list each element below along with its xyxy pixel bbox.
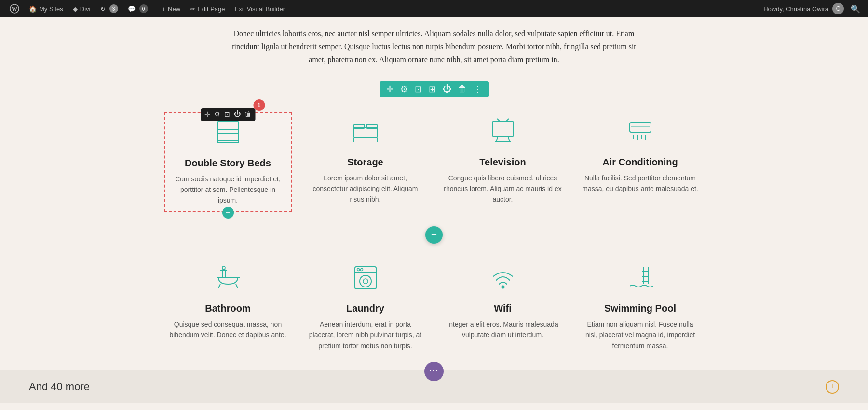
green-toolbar: ✛ ⚙ ⊡ ⊞ ⏻ 🗑 ⋮ [380,81,489,97]
divi-icon: ◆ [73,5,78,13]
svg-rect-18 [630,123,651,132]
updates-menu[interactable]: ↻ 3 [95,0,123,17]
ctx-move-icon[interactable]: ✛ [204,110,210,119]
home-icon: 🏠 [29,5,37,13]
context-toolbar: ✛ ⚙ ⊡ ⏻ 🗑 1 [201,108,255,121]
howdy-label: Howdy, Christina Gwira [763,5,828,13]
svg-line-26 [236,284,238,288]
and-more-plus-button[interactable]: + [826,380,839,394]
edit-page-menu[interactable]: ✏ Edit Page [185,0,230,17]
television-desc: Congue quis libero euismod, ultrices rho… [444,173,562,205]
amenity-television[interactable]: Television Congue quis libero euismod, u… [439,112,567,212]
exit-builder-label: Exit Visual Builder [235,5,285,13]
toolbar-grid-icon[interactable]: ⊞ [429,84,436,95]
new-menu[interactable]: + New [157,0,186,17]
ctx-power-icon[interactable]: ⏻ [234,110,241,118]
toolbar-more-icon[interactable]: ⋮ [474,84,482,95]
double-beds-add-btn[interactable]: + [222,207,234,219]
exit-builder-menu[interactable]: Exit Visual Builder [230,0,290,17]
amenity-storage[interactable]: Storage Lorem ipsum dolor sit amet, cons… [301,112,429,212]
storage-icon [351,117,380,150]
svg-point-29 [222,266,225,269]
divider1 [155,4,155,14]
bathroom-title: Bathroom [205,303,250,314]
swimming-pool-icon [626,263,655,296]
amenity-wifi[interactable]: Wifi Integer a elit eros. Mauris malesua… [439,258,567,356]
svg-rect-2 [217,122,239,129]
television-title: Television [479,157,526,168]
bathroom-icon [214,263,243,296]
toolbar-resize-icon[interactable]: ⊡ [415,84,422,95]
swimming-pool-title: Swimming Pool [604,303,676,314]
amenity-air-conditioning[interactable]: Air Conditioning Nulla facilisi. Sed por… [576,112,704,212]
svg-text:W: W [12,6,17,13]
svg-rect-3 [217,133,239,141]
bathroom-desc: Quisque sed consequat massa, non bibendu… [169,319,287,341]
divi-menu[interactable]: ◆ Divi [68,0,95,17]
wifi-icon [488,263,517,296]
intro-paragraph: Donec ultricies lobortis eros, nec aucto… [227,27,641,67]
green-toolbar-row: ✛ ⚙ ⊡ ⊞ ⏻ 🗑 ⋮ [0,81,868,97]
dots-button[interactable]: ··· [424,362,444,381]
and-more-title: And 40 more [29,381,90,393]
main-content: Donec ultricies lobortis eros, nec aucto… [0,17,868,403]
laundry-icon [351,263,380,296]
new-label: New [168,5,180,13]
intro-text-block: Donec ultricies lobortis eros, nec aucto… [217,27,651,67]
air-conditioning-icon [626,117,655,150]
swimming-pool-desc: Etiam non aliquam nisl. Fusce nulla nisl… [581,319,699,351]
toolbar-power-icon[interactable]: ⏻ [443,84,451,94]
toolbar-add-icon[interactable]: ✛ [386,84,393,95]
amenity-double-story-beds[interactable]: ✛ ⚙ ⊡ ⏻ 🗑 1 Do [164,112,292,212]
row-add-button[interactable]: + [425,226,443,244]
my-sites-menu[interactable]: 🏠 My Sites [24,0,68,17]
storage-desc: Lorem ipsum dolor sit amet, consectetur … [306,173,424,205]
svg-rect-7 [354,127,377,138]
svg-rect-30 [355,267,376,289]
toolbar-settings-icon[interactable]: ⚙ [400,84,408,95]
svg-rect-12 [492,122,514,136]
wifi-desc: Integer a elit eros. Mauris malesuada vu… [444,319,562,341]
svg-line-13 [496,136,498,142]
amenity-swimming-pool[interactable]: Swimming Pool Etiam non aliquam nisl. Fu… [576,258,704,356]
and-more-section: ··· And 40 more + [0,370,868,403]
comments-menu[interactable]: 💬 0 [123,0,153,17]
row-add-container: + [164,226,704,244]
double-beds-desc: Cum sociis natoque id imperdiet et, port… [170,174,286,206]
svg-line-14 [508,136,510,142]
ctx-resize-icon[interactable]: ⊡ [224,110,230,119]
svg-point-36 [502,286,504,288]
edit-page-label: Edit Page [198,5,225,13]
laundry-desc: Aenean interdum, erat in porta placerat,… [306,319,424,351]
avatar[interactable]: C [832,3,844,14]
comment-icon: 💬 [128,5,136,13]
svg-point-35 [360,268,363,271]
comments-badge: 0 [139,4,148,13]
air-conditioning-desc: Nulla facilisi. Sed porttitor elementum … [581,173,699,194]
refresh-icon: ↻ [100,5,106,13]
svg-point-32 [360,275,371,287]
my-sites-label: My Sites [39,5,63,13]
ctx-delete-icon[interactable]: 🗑 [244,110,251,118]
wifi-title: Wifi [494,303,511,314]
divi-label: Divi [80,5,91,13]
toolbar-delete-icon[interactable]: 🗑 [458,84,467,94]
storage-title: Storage [347,157,383,168]
wp-logo[interactable]: W [5,0,24,17]
edit-icon: ✏ [190,5,195,13]
amenities-row-2: Bathroom Quisque sed consequat massa, no… [164,258,704,356]
svg-line-25 [218,284,220,288]
admin-bar: W 🏠 My Sites ◆ Divi ↻ 3 💬 0 + New ✏ Edit… [0,0,868,17]
amenity-bathroom[interactable]: Bathroom Quisque sed consequat massa, no… [164,258,292,356]
amenity-laundry[interactable]: Laundry Aenean interdum, erat in porta p… [301,258,429,356]
double-beds-icon [214,118,243,151]
updates-badge: 3 [109,4,118,13]
plus-icon: + [162,5,166,13]
notification-badge: 1 [253,99,265,111]
television-icon [488,117,517,150]
air-conditioning-title: Air Conditioning [602,157,678,168]
svg-point-33 [363,279,368,284]
admin-right: Howdy, Christina Gwira C 🔍 [763,3,863,14]
ctx-settings-icon[interactable]: ⚙ [214,110,220,119]
search-icon[interactable]: 🔍 [848,4,863,14]
